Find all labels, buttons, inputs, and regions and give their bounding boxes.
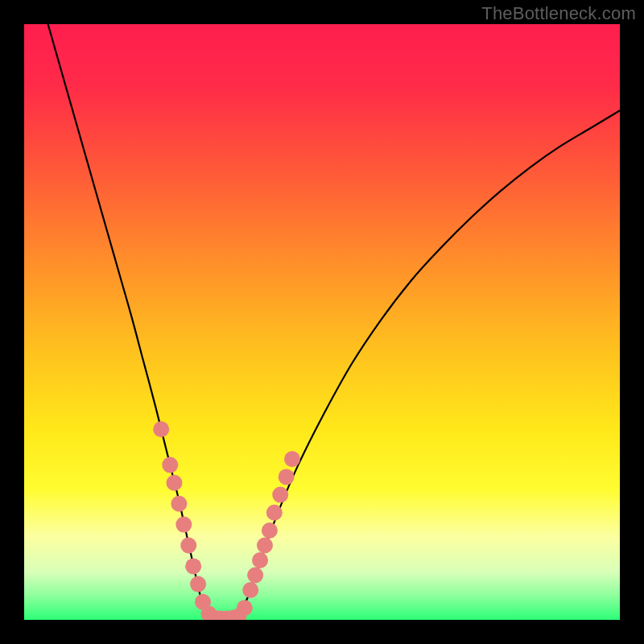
- marker-dot: [279, 469, 295, 485]
- bottleneck-chart: [24, 24, 620, 620]
- marker-dot: [257, 538, 273, 554]
- marker-dot: [175, 517, 192, 533]
- marker-dot: [272, 487, 288, 503]
- gradient-background: [24, 24, 620, 620]
- marker-dot: [247, 568, 263, 584]
- marker-dot: [185, 558, 201, 574]
- marker-dot: [284, 451, 300, 467]
- marker-dot: [166, 475, 182, 491]
- outer-frame: TheBottleneck.com: [0, 0, 644, 644]
- marker-dot: [266, 505, 283, 521]
- marker-dot: [252, 552, 268, 568]
- marker-dot: [180, 538, 196, 554]
- marker-dot: [262, 522, 278, 539]
- marker-dot: [171, 496, 187, 512]
- marker-dot: [190, 576, 206, 592]
- marker-dot: [162, 457, 178, 473]
- marker-dot: [153, 421, 169, 437]
- marker-dot: [242, 582, 258, 598]
- watermark-text: TheBottleneck.com: [481, 3, 636, 24]
- marker-dot: [237, 600, 253, 616]
